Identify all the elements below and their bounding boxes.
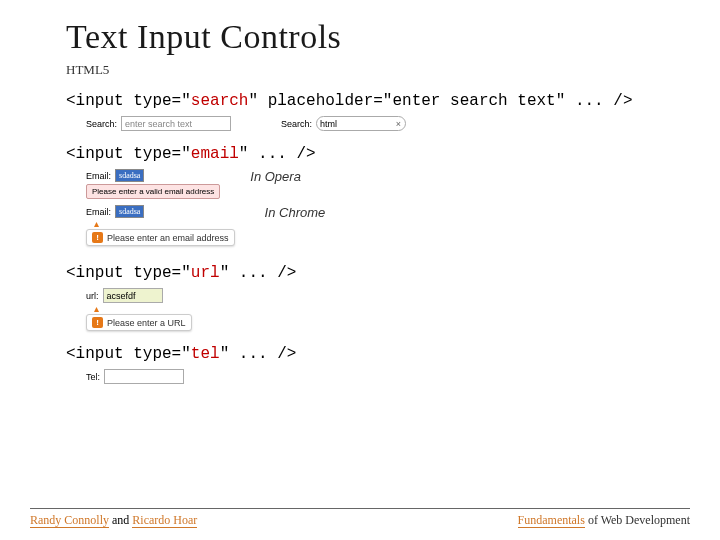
section-email: <input type="email" ... /> Email: sdadsa… — [66, 145, 670, 246]
code-email: <input type="email" ... /> — [66, 145, 670, 163]
clear-icon[interactable]: × — [396, 119, 402, 129]
section-tel: <input type="tel" ... /> Tel: — [66, 345, 670, 384]
section-search: <input type="search" placeholder="enter … — [66, 92, 670, 131]
footer-authors: Randy Connolly and Ricardo Hoar — [30, 513, 197, 528]
email-label: Email: — [86, 171, 111, 181]
search-label: Search: — [281, 119, 312, 129]
tel-input[interactable] — [104, 369, 184, 384]
code-url: <input type="url" ... /> — [66, 264, 670, 282]
chevron-up-icon: ▴ — [94, 303, 192, 314]
search-example-filled: Search: html × — [281, 116, 406, 131]
opera-note: In Opera — [250, 169, 301, 184]
section-url: <input type="url" ... /> url: acsefdf ▴ … — [66, 264, 670, 331]
email-input[interactable]: sdadsa — [115, 205, 144, 218]
email-label: Email: — [86, 207, 111, 217]
code-search: <input type="search" placeholder="enter … — [66, 92, 670, 110]
chevron-up-icon: ▴ — [94, 218, 235, 229]
email-input[interactable]: sdadsa — [115, 169, 144, 182]
subtitle: HTML5 — [66, 62, 670, 78]
chrome-error-bubble: ! Please enter an email address — [86, 229, 235, 246]
url-input[interactable]: acsefdf — [103, 288, 163, 303]
warning-icon: ! — [92, 317, 103, 328]
chrome-note: In Chrome — [265, 205, 326, 220]
url-label: url: — [86, 291, 99, 301]
page-title: Text Input Controls — [66, 18, 670, 56]
search-input-rounded[interactable]: html × — [316, 116, 406, 131]
slide-footer: Randy Connolly and Ricardo Hoar Fundamen… — [30, 508, 690, 528]
footer-book: Fundamentals of Web Development — [518, 513, 690, 528]
warning-icon: ! — [92, 232, 103, 243]
tel-label: Tel: — [86, 372, 100, 382]
search-input[interactable]: enter search text — [121, 116, 231, 131]
chrome-error-bubble: ! Please enter a URL — [86, 314, 192, 331]
code-tel: <input type="tel" ... /> — [66, 345, 670, 363]
search-label: Search: — [86, 119, 117, 129]
opera-error-bubble: Please enter a valid email address — [86, 184, 220, 199]
search-example-placeholder: Search: enter search text — [86, 116, 231, 131]
